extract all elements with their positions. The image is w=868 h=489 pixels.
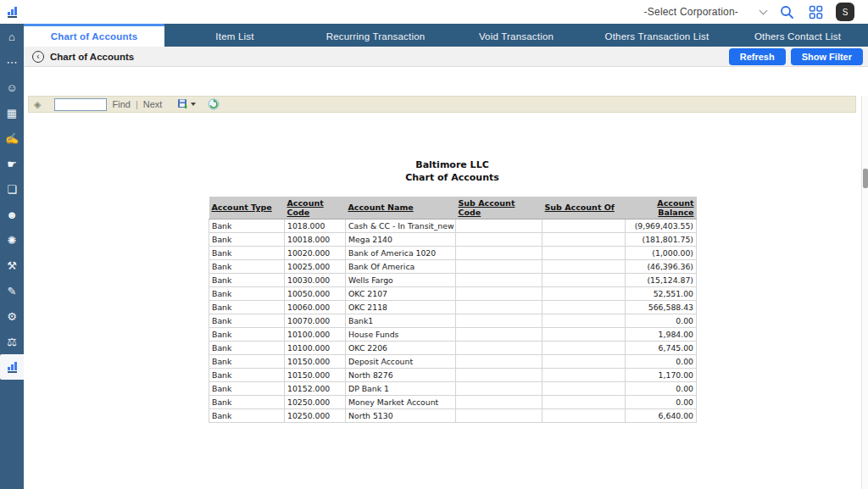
cell-sub-account-code (456, 314, 542, 327)
tab-others-contact-list[interactable]: Others Contact List (727, 24, 868, 47)
sidebar-item-tools[interactable]: ⚒ (0, 253, 24, 278)
back-button[interactable]: ‹ (32, 51, 44, 63)
column-header-account-code[interactable]: Account Code (285, 197, 346, 219)
sidebar-item-automation[interactable]: ✺ (0, 227, 24, 253)
user-avatar[interactable]: S (836, 3, 854, 21)
cell-account-type: Bank (209, 395, 285, 408)
cell-sub-account-of (542, 300, 626, 314)
report-title-block: Baltimore LLC Chart of Accounts (209, 159, 696, 185)
cell-account-name: OKC 2206 (346, 341, 456, 354)
sidebar-item-more[interactable]: ⋯ (0, 49, 24, 75)
cell-account-type: Bank (209, 232, 285, 246)
sidebar-item-contracts[interactable]: ✍ (0, 125, 24, 151)
sidebar-item-assets[interactable]: ⚖ (0, 329, 24, 354)
tab-recurring-transaction[interactable]: Recurring Transaction (305, 24, 446, 47)
journals-icon: ✎ (8, 286, 17, 297)
sidebar-item-home[interactable]: ⌂ (0, 24, 24, 49)
export-menu-button[interactable] (177, 98, 196, 110)
sidebar: ⌂⋯☺▦✍☛❏☻✺⚒✎⚙⚖ (0, 0, 24, 489)
table-row: Bank10152.000DP Bank 10.00 (209, 381, 697, 395)
chart-of-accounts-table: Account TypeAccount CodeAccount NameSub … (209, 197, 697, 423)
cell-account-code: 10025.000 (285, 259, 346, 273)
find-link[interactable]: Find (112, 99, 130, 109)
table-row: Bank10250.000North 51306,640.00 (209, 408, 697, 422)
billing-icon: ❏ (7, 184, 17, 195)
sidebar-item-company[interactable]: ▦ (0, 100, 24, 125)
cell-account-type: Bank (209, 354, 285, 368)
tab-item-list[interactable]: Item List (164, 24, 305, 47)
apps-grid-button[interactable] (807, 3, 824, 20)
corporation-select[interactable]: -Select Corporation- (644, 6, 766, 18)
cell-account-code: 10150.000 (285, 368, 346, 381)
sidebar-item-journals[interactable]: ✎ (0, 278, 24, 303)
cell-sub-account-code (456, 232, 542, 246)
cell-account-balance: (46,396.36) (626, 259, 697, 273)
tab-others-transaction-list[interactable]: Others Transaction List (587, 24, 727, 47)
cell-sub-account-code (456, 259, 542, 273)
cell-account-code: 10050.000 (285, 286, 346, 300)
assets-icon: ⚖ (7, 336, 17, 347)
refresh-button[interactable]: Refresh (729, 48, 786, 65)
page-header: ‹ Chart of Accounts Refresh Show Filter (24, 47, 868, 67)
cell-sub-account-of (542, 246, 626, 259)
cell-sub-account-of (542, 219, 626, 232)
cell-account-code: 10030.000 (285, 273, 346, 286)
report-area: ◈ Find | Next (24, 96, 868, 489)
cell-account-balance: 0.00 (626, 314, 697, 327)
report-company-name: Baltimore LLC (209, 159, 696, 172)
cell-account-type: Bank (209, 300, 285, 314)
cell-sub-account-of (542, 395, 626, 408)
table-row: Bank10250.000Money Market Account0.00 (209, 395, 697, 408)
table-row: Bank10150.000North 82761,170.00 (209, 368, 697, 381)
tab-void-transaction[interactable]: Void Transaction (446, 24, 587, 47)
show-filter-button[interactable]: Show Filter (791, 48, 863, 65)
cell-sub-account-code (456, 381, 542, 395)
cell-sub-account-of (542, 341, 626, 354)
scrollbar-thumb[interactable] (863, 169, 868, 188)
sidebar-item-user-management[interactable]: ☺ (0, 75, 24, 100)
column-header-account-type[interactable]: Account Type (209, 197, 285, 219)
cell-account-name: Money Market Account (346, 395, 456, 408)
cell-account-balance: 1,170.00 (626, 368, 697, 381)
column-header-sub-account-code[interactable]: Sub Account Code (456, 197, 542, 219)
cell-account-balance: (15,124.87) (626, 273, 697, 286)
search-button[interactable] (778, 3, 795, 20)
cell-sub-account-code (456, 327, 542, 341)
cell-account-name: North 5130 (346, 408, 456, 422)
cell-account-balance: 6,640.00 (626, 408, 697, 422)
sidebar-item-payments[interactable]: ☛ (0, 151, 24, 176)
company-icon: ▦ (7, 108, 17, 119)
report-title: Chart of Accounts (209, 172, 696, 185)
cell-sub-account-code (456, 408, 542, 422)
cell-sub-account-code (456, 219, 542, 232)
cell-account-type: Bank (209, 314, 285, 327)
find-text-input[interactable] (54, 98, 107, 111)
column-header-account-balance[interactable]: Account Balance (626, 197, 697, 219)
app-logo[interactable] (0, 0, 24, 24)
cell-account-name: Bank of America 1020 (346, 246, 456, 259)
table-row: Bank10100.000House Funds1,984.00 (209, 327, 697, 341)
sidebar-item-customer-support[interactable]: ☻ (0, 202, 24, 227)
table-row: Bank10150.000Deposit Account0.00 (209, 354, 697, 368)
nav-arrows-icon[interactable]: ◈ (34, 99, 41, 110)
vertical-scrollbar[interactable] (861, 96, 868, 489)
cell-account-name: OKC 2118 (346, 300, 456, 314)
sidebar-item-services[interactable]: ⚙ (0, 303, 24, 329)
cell-account-code: 10100.000 (285, 341, 346, 354)
sidebar-item-billing[interactable]: ❏ (0, 176, 24, 202)
cell-account-code: 10020.000 (285, 246, 346, 259)
table-header-row: Account TypeAccount CodeAccount NameSub … (209, 197, 697, 219)
page-title: Chart of Accounts (50, 52, 134, 62)
report-refresh-button[interactable] (208, 98, 220, 110)
cell-account-balance: (1,000.00) (626, 246, 697, 259)
cell-account-name: Wells Fargo (346, 273, 456, 286)
cell-account-type: Bank (209, 219, 285, 232)
next-link[interactable]: Next (143, 99, 163, 109)
column-header-account-name[interactable]: Account Name (346, 197, 456, 219)
sidebar-item-reports[interactable] (0, 354, 24, 380)
column-header-sub-account-of[interactable]: Sub Account Of (542, 197, 626, 219)
cell-account-code: 10250.000 (285, 395, 346, 408)
tab-chart-of-accounts[interactable]: Chart of Accounts (24, 24, 164, 47)
cell-account-code: 10018.000 (285, 232, 346, 246)
table-row: Bank10060.000OKC 2118566,588.43 (209, 300, 697, 314)
